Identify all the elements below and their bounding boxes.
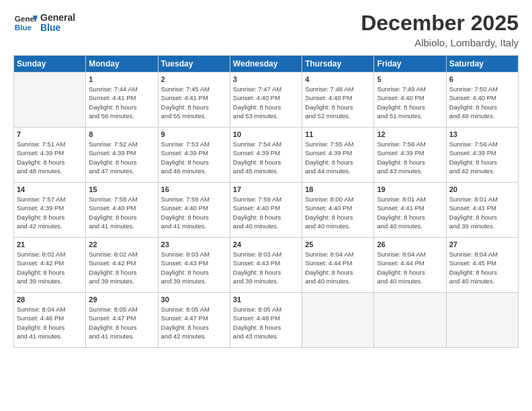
day-info: Sunrise: 8:02 AM Sunset: 4:42 PM Dayligh… (17, 250, 83, 285)
day-number: 23 (161, 240, 227, 248)
calendar-cell: 12Sunrise: 7:56 AM Sunset: 4:39 PM Dayli… (374, 128, 446, 183)
weekday-header: Tuesday (158, 56, 230, 73)
day-info: Sunrise: 8:00 AM Sunset: 4:40 PM Dayligh… (305, 195, 371, 230)
calendar-week-row: 7Sunrise: 7:51 AM Sunset: 4:39 PM Daylig… (14, 128, 519, 183)
day-info: Sunrise: 7:49 AM Sunset: 4:40 PM Dayligh… (377, 85, 443, 120)
weekday-header: Thursday (302, 56, 374, 73)
calendar-cell: 11Sunrise: 7:55 AM Sunset: 4:39 PM Dayli… (302, 128, 374, 183)
calendar-cell: 23Sunrise: 8:03 AM Sunset: 4:43 PM Dayli… (158, 238, 230, 293)
calendar-cell: 26Sunrise: 8:04 AM Sunset: 4:44 PM Dayli… (374, 238, 446, 293)
calendar-cell: 30Sunrise: 8:05 AM Sunset: 4:47 PM Dayli… (158, 293, 230, 348)
day-number: 31 (233, 295, 299, 304)
day-info: Sunrise: 7:56 AM Sunset: 4:39 PM Dayligh… (377, 140, 443, 175)
calendar-cell: 29Sunrise: 8:05 AM Sunset: 4:47 PM Dayli… (86, 293, 158, 348)
weekday-header-row: SundayMondayTuesdayWednesdayThursdayFrid… (14, 56, 519, 73)
calendar-cell: 2Sunrise: 7:45 AM Sunset: 4:41 PM Daylig… (158, 73, 230, 128)
day-number: 2 (161, 75, 227, 83)
calendar-cell: 21Sunrise: 8:02 AM Sunset: 4:42 PM Dayli… (14, 238, 86, 293)
calendar-cell: 20Sunrise: 8:01 AM Sunset: 4:41 PM Dayli… (446, 183, 518, 238)
calendar-cell (446, 293, 518, 348)
calendar-week-row: 14Sunrise: 7:57 AM Sunset: 4:39 PM Dayli… (14, 183, 519, 238)
logo-blue: Blue (40, 23, 75, 33)
calendar-cell: 22Sunrise: 8:02 AM Sunset: 4:42 PM Dayli… (86, 238, 158, 293)
day-info: Sunrise: 8:04 AM Sunset: 4:44 PM Dayligh… (305, 250, 371, 285)
day-info: Sunrise: 7:48 AM Sunset: 4:40 PM Dayligh… (305, 85, 371, 120)
weekday-header: Wednesday (230, 56, 302, 73)
calendar-cell: 24Sunrise: 8:03 AM Sunset: 4:43 PM Dayli… (230, 238, 302, 293)
day-info: Sunrise: 8:05 AM Sunset: 4:48 PM Dayligh… (233, 305, 299, 340)
day-info: Sunrise: 7:57 AM Sunset: 4:39 PM Dayligh… (17, 195, 83, 230)
day-info: Sunrise: 7:47 AM Sunset: 4:40 PM Dayligh… (233, 85, 299, 120)
day-info: Sunrise: 7:56 AM Sunset: 4:39 PM Dayligh… (449, 140, 515, 175)
svg-text:Blue: Blue (15, 23, 32, 32)
day-info: Sunrise: 8:02 AM Sunset: 4:42 PM Dayligh… (89, 250, 154, 285)
logo-icon: General Blue (13, 11, 38, 35)
calendar-cell (374, 293, 446, 348)
calendar-cell (14, 73, 86, 128)
calendar-cell: 3Sunrise: 7:47 AM Sunset: 4:40 PM Daylig… (230, 73, 302, 128)
calendar-cell: 27Sunrise: 8:04 AM Sunset: 4:45 PM Dayli… (446, 238, 518, 293)
day-info: Sunrise: 8:03 AM Sunset: 4:43 PM Dayligh… (233, 250, 299, 285)
calendar-cell: 4Sunrise: 7:48 AM Sunset: 4:40 PM Daylig… (302, 73, 374, 128)
day-info: Sunrise: 8:04 AM Sunset: 4:46 PM Dayligh… (17, 305, 83, 340)
calendar-cell: 1Sunrise: 7:44 AM Sunset: 4:41 PM Daylig… (86, 73, 158, 128)
day-info: Sunrise: 8:03 AM Sunset: 4:43 PM Dayligh… (161, 250, 227, 285)
day-number: 18 (305, 185, 371, 193)
day-info: Sunrise: 8:04 AM Sunset: 4:45 PM Dayligh… (449, 250, 515, 285)
day-number: 7 (17, 130, 83, 138)
location: Albiolo, Lombardy, Italy (361, 37, 519, 48)
day-number: 19 (377, 185, 443, 193)
day-number: 15 (89, 185, 154, 193)
day-number: 26 (377, 240, 443, 248)
calendar-cell: 6Sunrise: 7:50 AM Sunset: 4:40 PM Daylig… (446, 73, 518, 128)
page-container: General Blue General Blue December 2025 … (0, 0, 532, 355)
calendar-cell: 16Sunrise: 7:59 AM Sunset: 4:40 PM Dayli… (158, 183, 230, 238)
calendar-cell: 15Sunrise: 7:58 AM Sunset: 4:40 PM Dayli… (86, 183, 158, 238)
day-info: Sunrise: 7:54 AM Sunset: 4:39 PM Dayligh… (233, 140, 299, 175)
day-info: Sunrise: 7:59 AM Sunset: 4:40 PM Dayligh… (233, 195, 299, 230)
day-number: 24 (233, 240, 299, 248)
calendar-cell: 9Sunrise: 7:53 AM Sunset: 4:39 PM Daylig… (158, 128, 230, 183)
day-info: Sunrise: 7:51 AM Sunset: 4:39 PM Dayligh… (17, 140, 83, 175)
day-number: 20 (449, 185, 515, 193)
day-number: 25 (305, 240, 371, 248)
day-number: 29 (89, 295, 154, 304)
calendar-table: SundayMondayTuesdayWednesdayThursdayFrid… (13, 55, 519, 348)
calendar-cell: 28Sunrise: 8:04 AM Sunset: 4:46 PM Dayli… (14, 293, 86, 348)
calendar-cell: 18Sunrise: 8:00 AM Sunset: 4:40 PM Dayli… (302, 183, 374, 238)
weekday-header: Friday (374, 56, 446, 73)
month-title: December 2025 (361, 11, 519, 36)
day-number: 28 (17, 295, 83, 304)
calendar-cell: 10Sunrise: 7:54 AM Sunset: 4:39 PM Dayli… (230, 128, 302, 183)
day-info: Sunrise: 8:04 AM Sunset: 4:44 PM Dayligh… (377, 250, 443, 285)
day-info: Sunrise: 8:01 AM Sunset: 4:41 PM Dayligh… (449, 195, 515, 230)
calendar-cell (302, 293, 374, 348)
day-number: 13 (449, 130, 515, 138)
calendar-cell: 19Sunrise: 8:01 AM Sunset: 4:41 PM Dayli… (374, 183, 446, 238)
day-number: 4 (305, 75, 371, 83)
day-info: Sunrise: 8:05 AM Sunset: 4:47 PM Dayligh… (89, 305, 154, 340)
day-number: 17 (233, 185, 299, 193)
calendar-week-row: 28Sunrise: 8:04 AM Sunset: 4:46 PM Dayli… (14, 293, 519, 348)
day-info: Sunrise: 7:52 AM Sunset: 4:39 PM Dayligh… (89, 140, 154, 175)
calendar-cell: 8Sunrise: 7:52 AM Sunset: 4:39 PM Daylig… (86, 128, 158, 183)
weekday-header: Sunday (14, 56, 86, 73)
logo: General Blue General Blue (13, 11, 75, 35)
day-info: Sunrise: 7:53 AM Sunset: 4:39 PM Dayligh… (161, 140, 227, 175)
day-number: 9 (161, 130, 227, 138)
day-number: 30 (161, 295, 227, 304)
calendar-week-row: 1Sunrise: 7:44 AM Sunset: 4:41 PM Daylig… (14, 73, 519, 128)
weekday-header: Saturday (446, 56, 518, 73)
day-info: Sunrise: 7:45 AM Sunset: 4:41 PM Dayligh… (161, 85, 227, 120)
day-info: Sunrise: 7:50 AM Sunset: 4:40 PM Dayligh… (449, 85, 515, 120)
day-info: Sunrise: 7:44 AM Sunset: 4:41 PM Dayligh… (89, 85, 154, 120)
day-number: 1 (89, 75, 154, 83)
calendar-cell: 17Sunrise: 7:59 AM Sunset: 4:40 PM Dayli… (230, 183, 302, 238)
day-info: Sunrise: 7:59 AM Sunset: 4:40 PM Dayligh… (161, 195, 227, 230)
day-number: 14 (17, 185, 83, 193)
day-number: 21 (17, 240, 83, 248)
day-number: 10 (233, 130, 299, 138)
title-block: December 2025 Albiolo, Lombardy, Italy (361, 11, 519, 48)
calendar-cell: 5Sunrise: 7:49 AM Sunset: 4:40 PM Daylig… (374, 73, 446, 128)
calendar-cell: 31Sunrise: 8:05 AM Sunset: 4:48 PM Dayli… (230, 293, 302, 348)
